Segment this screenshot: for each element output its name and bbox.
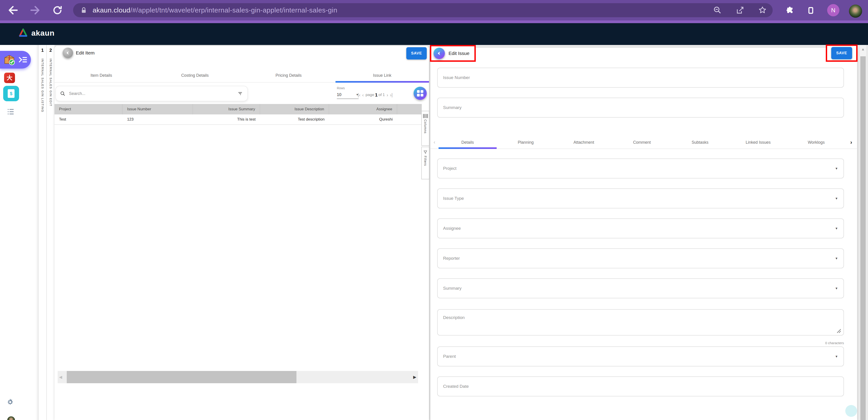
horizontal-scrollbar-thumb[interactable]	[67, 371, 297, 383]
columns-side-tab[interactable]: Columns	[421, 111, 430, 146]
invoice-applet-item[interactable]: $	[3, 86, 19, 101]
issue-number-label: Issue Number	[443, 75, 470, 80]
address-bar[interactable]: akaun.cloud/#/applet/tnt/wavelet/erp/int…	[73, 3, 773, 17]
akaun-logo[interactable]: akaun	[18, 28, 55, 38]
tab-linked-issues[interactable]: Linked Issues	[729, 136, 787, 148]
edit-issue-back-button[interactable]	[434, 48, 445, 59]
scroll-up-icon[interactable]: ▲	[860, 47, 866, 51]
prev-page-icon[interactable]: ‹	[362, 92, 364, 98]
browser-forward-icon[interactable]	[29, 4, 41, 16]
edit-issue-save-button[interactable]: SAVE	[831, 47, 852, 59]
filter-list-icon[interactable]	[238, 91, 243, 96]
extensions-puzzle-icon[interactable]	[783, 4, 796, 17]
created-date-field[interactable]: Created Date	[437, 377, 844, 396]
col-issue-description[interactable]: Issue Description	[260, 104, 329, 114]
bookmark-star-icon[interactable]	[756, 4, 769, 16]
active-applet-item[interactable]	[0, 51, 31, 68]
edit-item-back-button[interactable]	[63, 48, 73, 58]
col-issue-number[interactable]: Issue Number	[123, 104, 193, 114]
description-label: Description	[443, 315, 465, 320]
sidebar-user-avatar[interactable]	[7, 416, 15, 420]
search-input[interactable]	[68, 91, 238, 96]
page-of-word: of	[378, 93, 381, 97]
col-assignee[interactable]: Assignee	[329, 104, 397, 114]
grid-icon	[417, 90, 423, 96]
summary-select[interactable]: Summary▼	[437, 278, 844, 298]
description-textarea[interactable]: Description	[437, 309, 844, 335]
vertical-scrollbar[interactable]: ▲	[860, 45, 866, 420]
browser-back-icon[interactable]	[7, 4, 19, 16]
summary-field[interactable]: Summary	[437, 98, 844, 118]
first-page-icon[interactable]: |‹	[358, 92, 361, 98]
cell-issue-number[interactable]: 123	[123, 114, 193, 124]
assignee-select[interactable]: Assignee▼	[437, 218, 844, 238]
browser-toolbar: akaun.cloud/#/applet/tnt/wavelet/erp/int…	[0, 0, 868, 21]
share-icon[interactable]	[734, 4, 746, 16]
zoom-out-icon[interactable]	[711, 4, 724, 16]
tab-attachment[interactable]: Attachment	[555, 136, 613, 148]
browser-profile-avatar[interactable]: N	[827, 4, 839, 16]
pagination: |‹ ‹ page 1 of 1 › ›|	[358, 91, 393, 99]
next-page-icon[interactable]: ›	[386, 92, 388, 98]
issue-type-select[interactable]: Issue Type▼	[437, 188, 844, 208]
filters-side-tab[interactable]: Filters	[421, 147, 430, 179]
dropdown-caret-icon: ▼	[835, 355, 838, 358]
scroll-left-icon[interactable]: ◀	[59, 371, 62, 383]
project-select[interactable]: Project▼	[437, 158, 844, 178]
dropdown-caret-icon: ▼	[835, 197, 838, 200]
horizontal-scrollbar[interactable]: ◀ ▶	[58, 371, 418, 383]
vertical-scrollbar-thumb[interactable]	[860, 56, 866, 420]
character-count: 0 characters	[825, 341, 844, 345]
dropdown-caret-icon: ▼	[835, 227, 838, 230]
tab-issue-link[interactable]: Issue Link	[336, 68, 429, 82]
rows-per-page-select[interactable]: 10 ▼	[337, 91, 359, 99]
resize-grip-icon[interactable]	[837, 329, 841, 333]
parent-select[interactable]: Parent▼	[437, 347, 844, 366]
side-panel-icon[interactable]	[804, 4, 817, 17]
issue-type-label: Issue Type	[443, 196, 464, 201]
browser-reload-icon[interactable]	[51, 4, 64, 16]
tab-worklogs[interactable]: Worklogs	[787, 136, 845, 148]
cell-issue-summary[interactable]: This is test	[193, 114, 260, 124]
user-avatar[interactable]	[849, 4, 862, 18]
reporter-select[interactable]: Reporter▼	[437, 248, 844, 268]
table-row[interactable]: Test 123 This is test Test description Q…	[55, 114, 422, 125]
list-applet-item[interactable]	[8, 109, 13, 114]
summary2-label: Summary	[443, 286, 462, 291]
tab-subtasks[interactable]: Subtasks	[671, 136, 729, 148]
issue-number-field[interactable]: Issue Number	[437, 68, 844, 88]
tab-item-details[interactable]: Item Details	[55, 68, 148, 82]
cell-project[interactable]: Test	[55, 114, 123, 124]
red-applet-item[interactable]	[4, 73, 15, 83]
tabs-scroll-left-icon[interactable]: ‹	[430, 140, 438, 145]
cell-assignee[interactable]: Qureshi	[329, 114, 397, 124]
grid-view-button[interactable]	[413, 87, 427, 100]
table-header-row: Project Issue Number Issue Summary Issue…	[55, 104, 422, 114]
issue-link-table: Project Issue Number Issue Summary Issue…	[55, 104, 422, 125]
tabs-scroll-right-icon[interactable]: ›	[845, 139, 857, 146]
save-annotation-box: SAVE	[826, 44, 858, 62]
last-page-icon[interactable]: ›|	[390, 92, 393, 98]
settings-gear-icon[interactable]	[7, 399, 13, 406]
search-bar[interactable]	[55, 86, 248, 101]
tab-comment[interactable]: Comment	[613, 136, 671, 148]
reporter-label: Reporter	[443, 256, 460, 261]
dropdown-caret-icon: ▼	[835, 287, 838, 290]
col-issue-summary[interactable]: Issue Summary	[193, 104, 260, 114]
cell-issue-description[interactable]: Test description	[260, 114, 329, 124]
project-label: Project	[443, 166, 457, 171]
tab-planning[interactable]: Planning	[497, 136, 555, 148]
col-project[interactable]: Project	[55, 104, 123, 114]
lock-icon[interactable]	[80, 6, 88, 14]
tab-costing-details[interactable]: Costing Details	[148, 68, 242, 82]
workspace-strip-edit[interactable]: 2 INTERNAL SALES GIN EDIT	[46, 45, 55, 420]
tab-details[interactable]: Details	[438, 136, 497, 148]
scroll-right-icon[interactable]: ▶	[413, 371, 416, 383]
logo-text: akaun	[31, 29, 55, 37]
url-path: /#/applet/tnt/wavelet/erp/internal-sales…	[130, 6, 337, 14]
applet-sidebar: $	[0, 45, 38, 420]
tab-pricing-details[interactable]: Pricing Details	[242, 68, 336, 82]
workspace-strip-listing[interactable]: 1 INTERNAL SALES GIN LISTING	[38, 45, 46, 420]
edit-item-save-button[interactable]: SAVE	[406, 47, 427, 59]
funnel-icon	[423, 150, 428, 154]
